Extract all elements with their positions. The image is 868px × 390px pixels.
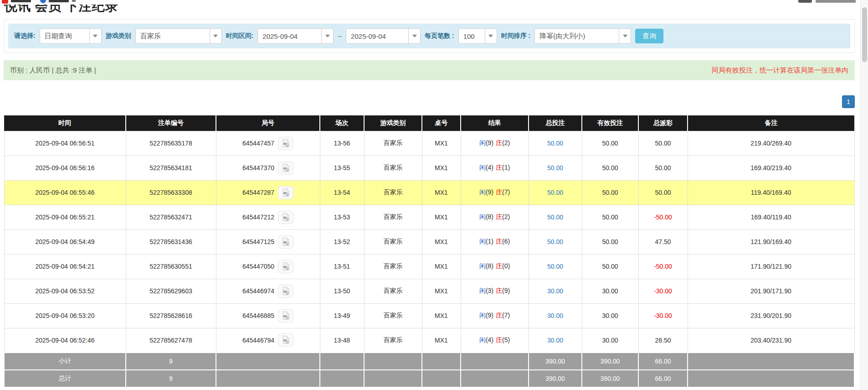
cell-valid-bet: 50.00: [582, 254, 638, 279]
main-content: 请选择: 日期查询 游戏类别 百家乐 时间区间: 2025-09-04 ~ 20…: [0, 16, 868, 388]
page-title-container: 悦讯 会员 下注纪录: [0, 5, 868, 16]
total-bet-link[interactable]: 50.00: [547, 238, 563, 245]
result-banker: 庄: [496, 238, 502, 245]
cell-total-bet: 50.00: [529, 156, 582, 180]
result-player-points: (9): [486, 139, 493, 146]
cell-session: 13-50: [320, 279, 364, 303]
video-replay-button[interactable]: [278, 309, 293, 322]
chevron-down-icon[interactable]: [72, 0, 76, 2]
cell-table-no: MX1: [422, 328, 461, 353]
total-bet-link[interactable]: 30.00: [547, 337, 563, 344]
video-replay-button[interactable]: [278, 235, 293, 249]
video-replay-button[interactable]: [278, 333, 293, 347]
result-player: 闲: [479, 164, 486, 171]
round-id-value: 645446885: [242, 312, 274, 319]
scrollbar[interactable]: [860, 0, 868, 390]
video-file-icon: [281, 163, 290, 172]
result-banker-points: (0): [502, 262, 510, 270]
cell-total-bet: 50.00: [529, 131, 582, 156]
chevron-down-icon[interactable]: [485, 29, 497, 43]
result-banker: 庄: [496, 139, 502, 146]
sort-order-select[interactable]: 降幂(由大到小): [534, 28, 631, 44]
total-bet-link[interactable]: 50.00: [547, 189, 563, 196]
bet-records-table: 时间 注单编号 局号 场次 游戏类别 桌号 结果 总投注 有效投注 总派彩 备注…: [4, 115, 855, 388]
cell-valid-bet: 30.00: [582, 303, 638, 328]
query-type-value: 日期查询: [40, 32, 89, 41]
table-row: 2025-09-04 06:54:21 522785630551 6454470…: [4, 254, 854, 279]
video-file-icon: [281, 335, 290, 344]
total-bet-link[interactable]: 50.00: [547, 164, 563, 172]
cell-total-bet: 50.00: [529, 180, 582, 205]
result-banker: 庄: [496, 336, 502, 343]
round-id-value: 645447287: [242, 189, 274, 196]
bookmark-item[interactable]: [49, 0, 69, 2]
table-row: 2025-09-04 06:56:16 522785634181 6454473…: [4, 156, 854, 180]
total-bet-link[interactable]: 50.00: [547, 213, 563, 221]
game-category-value: 百家乐: [136, 32, 210, 41]
result-banker: 庄: [496, 287, 502, 294]
video-replay-button[interactable]: [278, 285, 293, 298]
per-page-select[interactable]: 100: [458, 28, 497, 44]
total-bet-link[interactable]: 50.00: [547, 263, 563, 270]
total-bet-link[interactable]: 30.00: [547, 287, 563, 295]
bookmark-favicon-red-icon[interactable]: [2, 0, 8, 4]
page-1-button[interactable]: 1: [842, 95, 855, 108]
cell-game-category: 百家乐: [364, 328, 422, 353]
result-banker-points: (7): [502, 188, 510, 196]
game-category-select[interactable]: 百家乐: [135, 28, 222, 44]
chevron-down-icon[interactable]: [210, 29, 221, 43]
cell-note: 169.40/219.40: [688, 156, 854, 180]
header-total-bet: 总投注: [529, 115, 582, 131]
bookmark-favicon-blue-icon[interactable]: [40, 0, 46, 3]
cell-valid-bet: 50.00: [582, 205, 638, 229]
video-replay-button[interactable]: [278, 161, 293, 175]
video-file-icon: [281, 262, 290, 271]
chevron-down-icon[interactable]: [619, 29, 631, 43]
video-replay-button[interactable]: [278, 211, 293, 224]
cell-time: 2025-09-04 06:56:51: [4, 131, 126, 156]
bookmarks-folder-icon[interactable]: [798, 0, 812, 3]
cell-game-category: 百家乐: [364, 279, 422, 303]
table-row: 2025-09-04 06:53:52 522785629603 6454469…: [4, 279, 854, 303]
chevron-down-icon[interactable]: [89, 29, 101, 43]
header-result: 结果: [461, 115, 529, 131]
all-bookmarks-label[interactable]: [816, 0, 856, 3]
cell-payout: -30.00: [638, 279, 688, 303]
chevron-down-icon[interactable]: [408, 29, 420, 43]
result-player-points: (8): [486, 213, 493, 220]
cell-payout: 28.50: [638, 328, 688, 353]
bookmark-item[interactable]: [11, 0, 31, 2]
date-from-select[interactable]: 2025-09-04: [257, 28, 334, 44]
result-player-points: (3): [486, 287, 493, 294]
total-bet-link[interactable]: 50.00: [547, 140, 563, 147]
cell-session: 13-53: [320, 205, 364, 229]
per-page-label: 每页笔数 :: [425, 32, 454, 40]
round-id-value: 645447370: [242, 164, 274, 172]
round-id-value: 645447212: [242, 213, 274, 221]
search-button[interactable]: 查询: [635, 29, 663, 43]
total-bet-link[interactable]: 30.00: [547, 312, 563, 319]
cell-round-id: 645447212: [216, 205, 320, 229]
cell-valid-bet: 50.00: [582, 229, 638, 254]
result-banker-points: (5): [502, 336, 510, 343]
video-file-icon: [281, 213, 290, 222]
cell-valid-bet: 30.00: [582, 279, 638, 303]
video-replay-button[interactable]: [278, 137, 293, 150]
chevron-down-icon[interactable]: [321, 29, 333, 43]
filter-panel: 请选择: 日期查询 游戏类别 百家乐 时间区间: 2025-09-04 ~ 20…: [4, 19, 855, 53]
range-separator: ~: [338, 32, 342, 40]
cell-total-bet: 50.00: [529, 254, 582, 279]
scrollbar-thumb[interactable]: [862, 7, 867, 62]
cell-note: 121.90/169.40: [688, 229, 854, 254]
query-type-select[interactable]: 日期查询: [40, 28, 102, 44]
video-replay-button[interactable]: [278, 186, 293, 199]
cell-payout: -50.00: [638, 254, 688, 279]
date-to-select[interactable]: 2025-09-04: [346, 28, 421, 44]
result-banker: 庄: [496, 164, 502, 171]
cell-round-id: 645446885: [216, 303, 320, 328]
result-player: 闲: [479, 287, 486, 294]
cell-payout: 50.00: [638, 180, 688, 205]
cell-note: 119.40/169.40: [688, 180, 854, 205]
cell-table-no: MX1: [422, 229, 461, 254]
video-replay-button[interactable]: [278, 260, 293, 273]
